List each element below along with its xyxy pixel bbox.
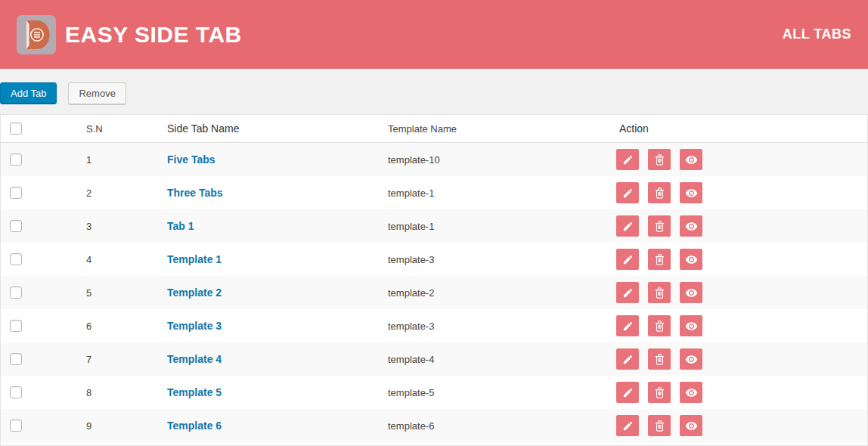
trash-icon [654, 320, 665, 332]
table-row: 1 Five Tabs template-10 [1, 143, 867, 176]
row-checkbox[interactable] [10, 320, 22, 332]
table-row: 8 Template 5 template-5 [1, 376, 867, 409]
view-button[interactable] [680, 149, 702, 170]
row-checkbox[interactable] [10, 386, 22, 398]
trash-icon [654, 353, 665, 365]
row-tab-name-link[interactable]: Template 1 [167, 253, 222, 265]
row-template-name: template-1 [388, 221, 616, 232]
pencil-icon [622, 287, 634, 299]
row-tab-name-link[interactable]: Template 4 [167, 353, 222, 365]
row-actions [616, 215, 867, 237]
delete-button[interactable] [648, 282, 671, 303]
pencil-icon [622, 321, 634, 332]
edit-button[interactable] [616, 182, 639, 203]
nav-all-tabs[interactable]: ALL TABS [783, 26, 851, 42]
row-checkbox-cell [1, 320, 42, 332]
edit-button[interactable] [616, 382, 639, 403]
view-button[interactable] [680, 415, 702, 436]
row-tab-name-link[interactable]: Template 5 [167, 386, 222, 398]
row-checkbox-cell [1, 220, 42, 232]
row-actions [616, 182, 867, 203]
view-button[interactable] [680, 182, 702, 203]
row-checkbox[interactable] [10, 253, 22, 265]
row-tab-name-link[interactable]: Template 3 [167, 320, 222, 332]
edit-button[interactable] [616, 249, 639, 270]
add-tab-button[interactable]: Add Tab [0, 82, 57, 104]
row-tab-name-link[interactable]: Template 2 [167, 286, 222, 299]
row-template-name: template-10 [388, 154, 616, 166]
view-button[interactable] [680, 315, 702, 336]
row-checkbox-cell [1, 286, 42, 299]
column-header-action: Action [616, 122, 867, 135]
delete-button[interactable] [648, 182, 671, 203]
delete-button[interactable] [648, 215, 671, 237]
row-checkbox[interactable] [10, 187, 22, 199]
delete-button[interactable] [648, 249, 671, 270]
row-actions [616, 249, 867, 270]
pencil-icon [622, 354, 634, 365]
row-checkbox[interactable] [10, 153, 22, 166]
easy-side-tab-logo [17, 15, 56, 54]
edit-button[interactable] [616, 215, 639, 237]
pencil-icon [622, 387, 634, 398]
row-template-name: template-2 [388, 287, 616, 299]
view-button[interactable] [680, 382, 702, 403]
row-template-name: template-5 [388, 387, 616, 398]
view-button[interactable] [680, 348, 702, 370]
row-sn: 3 [42, 221, 166, 232]
row-sn: 4 [42, 254, 166, 265]
eye-icon [685, 220, 698, 233]
row-template-name: template-3 [388, 254, 616, 265]
remove-button[interactable]: Remove [68, 82, 126, 104]
pencil-icon [622, 221, 634, 232]
trash-icon [654, 420, 665, 432]
delete-button[interactable] [648, 382, 671, 403]
view-button[interactable] [680, 249, 702, 270]
row-checkbox[interactable] [10, 220, 22, 232]
trash-icon [654, 187, 665, 199]
delete-button[interactable] [648, 415, 671, 436]
edit-button[interactable] [616, 149, 639, 170]
row-checkbox[interactable] [10, 420, 22, 432]
row-template-name: template-6 [388, 420, 616, 432]
eye-icon [685, 386, 698, 399]
row-tab-name-link[interactable]: Template 6 [167, 420, 222, 432]
toolbar: Add Tab Remove [0, 82, 868, 104]
pencil-icon [622, 254, 634, 265]
table-row: 2 Three Tabs template-1 [1, 176, 867, 209]
tabs-table: S.N Side Tab Name Template Name Action 1… [0, 114, 868, 446]
logo-d-icon [21, 18, 51, 51]
edit-button[interactable] [616, 282, 639, 303]
view-button[interactable] [680, 282, 702, 303]
view-button[interactable] [680, 215, 702, 237]
eye-icon [685, 153, 698, 166]
column-header-template-name: Template Name [388, 123, 616, 135]
row-checkbox[interactable] [10, 286, 22, 299]
select-all-checkbox[interactable] [10, 122, 22, 135]
table-row: 5 Template 2 template-2 [1, 276, 867, 309]
trash-icon [654, 220, 665, 232]
row-actions [616, 415, 867, 436]
row-checkbox-cell [1, 386, 42, 398]
pencil-icon [622, 420, 634, 432]
row-tab-name-link[interactable]: Three Tabs [167, 187, 223, 199]
edit-button[interactable] [616, 315, 639, 336]
row-tab-name-link[interactable]: Five Tabs [167, 153, 215, 166]
delete-button[interactable] [648, 315, 671, 336]
pencil-icon [622, 187, 634, 199]
row-actions [616, 348, 867, 370]
row-tab-name-link[interactable]: Tab 1 [167, 220, 194, 232]
edit-button[interactable] [616, 348, 639, 370]
delete-button[interactable] [648, 348, 671, 370]
delete-button[interactable] [648, 149, 671, 170]
edit-button[interactable] [616, 415, 639, 436]
row-sn: 8 [42, 387, 166, 398]
row-actions [616, 282, 867, 303]
eye-icon [685, 187, 698, 200]
row-sn: 2 [42, 187, 166, 199]
eye-icon [685, 420, 698, 432]
trash-icon [654, 253, 665, 265]
row-template-name: template-3 [388, 321, 616, 332]
row-checkbox[interactable] [10, 353, 22, 365]
row-actions [616, 149, 867, 170]
